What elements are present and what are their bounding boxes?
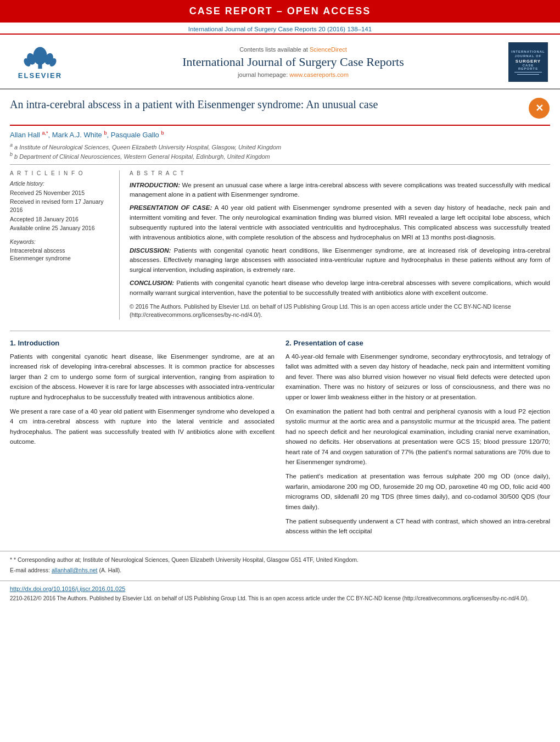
email-label: E-mail address: [10, 567, 50, 573]
received-date: Received 25 November 2015 [10, 189, 111, 197]
discussion-label: DISCUSSION: [130, 247, 171, 254]
journal-logo-right: INTERNATIONAL JOURNAL OF SURGERY CASE RE… [506, 40, 550, 84]
affiliation-a: a a Institute of Neurological Sciences, … [10, 142, 550, 150]
doi-link[interactable]: http://dx.doi.org/10.1016/j.ijscr.2016.0… [10, 585, 550, 592]
author-separator1: , Mark A.J. White [48, 131, 104, 139]
sciencedirect-link[interactable]: ScienceDirect [310, 46, 347, 53]
abstract-text: INTRODUCTION: We present an unusual case… [130, 181, 550, 298]
accepted-date: Accepted 18 January 2016 [10, 215, 111, 224]
corresponding-footnote: * * Corresponding author at; Institute o… [10, 556, 550, 565]
abstract-presentation: PRESENTATION OF CASE: A 40 year old pati… [130, 203, 550, 242]
contents-label: Contents lists available at [239, 46, 308, 53]
abstract-conclusion: CONCLUSION: Patients with congenital cya… [130, 278, 550, 298]
article-info-column: A R T I C L E I N F O Article history: R… [10, 170, 120, 320]
journal-homepage: journal homepage: www.casereports.com [80, 71, 506, 78]
affiliation-b: b b Department of Clinical Neurosciences… [10, 152, 550, 160]
keywords-label: Keywords: [10, 239, 111, 245]
footer-doi: http://dx.doi.org/10.1016/j.ijscr.2016.0… [0, 581, 560, 608]
svg-point-1 [33, 47, 47, 64]
body-content: 1. Introduction Patients with congenital… [10, 331, 550, 541]
keyword-2: Eisenmenger syndrome [10, 255, 111, 261]
elsevier-tree-icon [18, 45, 62, 70]
article-history-label: Article history: [10, 181, 111, 187]
presentation-column: 2. Presentation of case A 40-year-old fe… [285, 339, 550, 541]
author-name-hall: Allan Hall [10, 131, 42, 139]
copyright-text: © 2016 The Authors. Published by Elsevie… [130, 303, 550, 320]
intro-text: We present an unusual case where a large… [130, 182, 550, 198]
abstract-intro: INTRODUCTION: We present an unusual case… [130, 181, 550, 200]
email-footnote: E-mail address: allanhall@nhs.net (A. Ha… [10, 566, 550, 575]
article-content: An intra-cerebral abscess in a patient w… [0, 90, 560, 541]
keyword-1: Intracerebral abscess [10, 247, 111, 254]
crossmark-icon: ✕ [529, 98, 550, 119]
email-suffix: (A. Hall). [98, 567, 122, 573]
authors-line: Allan Hall a,*, Mark A.J. White b, Pasqu… [10, 130, 550, 139]
journal-header: ELSEVIER Contents lists available at Sci… [0, 35, 560, 90]
presentation-label: PRESENTATION OF CASE: [130, 204, 212, 211]
presentation-para1: A 40-year-old female with Eisenmenger sy… [285, 352, 550, 402]
homepage-url[interactable]: www.casereports.com [289, 71, 349, 78]
affiliation-sup-a: a, [42, 130, 47, 136]
crossmark-badge[interactable]: ✕ [528, 97, 550, 119]
introduction-column: 1. Introduction Patients with congenital… [10, 339, 275, 541]
intro-section-heading: 1. Introduction [10, 339, 275, 347]
article-info-abstract: A R T I C L E I N F O Article history: R… [10, 164, 550, 320]
logo-line5: REPORTS [518, 67, 538, 70]
footer-license: 2210-2612/© 2016 The Authors. Published … [10, 594, 550, 602]
corresponding-label: * [10, 556, 14, 563]
article-info-heading: A R T I C L E I N F O [10, 170, 111, 176]
elsevier-label: ELSEVIER [18, 71, 62, 80]
conclusion-label: CONCLUSION: [130, 280, 174, 286]
presentation-para3: The patient's medication at presentation… [285, 471, 550, 512]
elsevier-logo: ELSEVIER [10, 43, 70, 81]
affiliation-sup-b2: b [161, 130, 164, 136]
author-separator2: , Pasquale Gallo [107, 131, 161, 139]
abstract-discussion: DISCUSSION: Patients with congenital cya… [130, 246, 550, 275]
journal-reference: International Journal of Surgery Case Re… [0, 23, 560, 35]
presentation-section-heading: 2. Presentation of case [285, 339, 550, 347]
presentation-para2: On examination the patient had both cent… [285, 406, 550, 467]
article-title: An intra-cerebral abscess in a patient w… [10, 97, 520, 112]
discussion-text: Patients with congenital cyanotic heart … [130, 247, 550, 274]
revised-date: Received in revised form 17 January 2016 [10, 198, 111, 214]
available-date: Available online 25 January 2016 [10, 224, 111, 232]
logo-line1: INTERNATIONAL [511, 50, 545, 53]
contents-line: Contents lists available at ScienceDirec… [80, 46, 506, 53]
footnote-area: * * Corresponding author at; Institute o… [0, 551, 560, 576]
abstract-heading: A B S T R A C T [130, 170, 550, 176]
intro-label: INTRODUCTION: [130, 182, 180, 188]
conclusion-text: Patients with congenital cyanotic heart … [130, 280, 550, 296]
case-report-banner: CASE REPORT – OPEN ACCESS [0, 0, 560, 23]
presentation-para4: The patient subsequently underwent a CT … [285, 516, 550, 537]
article-title-area: An intra-cerebral abscess in a patient w… [10, 97, 550, 126]
copyright-content: © 2016 The Authors. Published by Elsevie… [130, 303, 511, 319]
logo-line3: SURGERY [516, 59, 541, 64]
intro-para1: Patients with congenital cyanotic heart … [10, 352, 275, 402]
email-link[interactable]: allanhall@nhs.net [52, 567, 98, 573]
journal-logo-box: INTERNATIONAL JOURNAL OF SURGERY CASE RE… [508, 42, 548, 82]
intro-para2: We present a rare case of a 40 year old … [10, 406, 275, 447]
abstract-column: A B S T R A C T INTRODUCTION: We present… [130, 170, 550, 320]
journal-title: International Journal of Surgery Case Re… [80, 55, 506, 69]
logo-line2: JOURNAL OF [515, 54, 542, 58]
journal-center: Contents lists available at ScienceDirec… [80, 46, 506, 78]
